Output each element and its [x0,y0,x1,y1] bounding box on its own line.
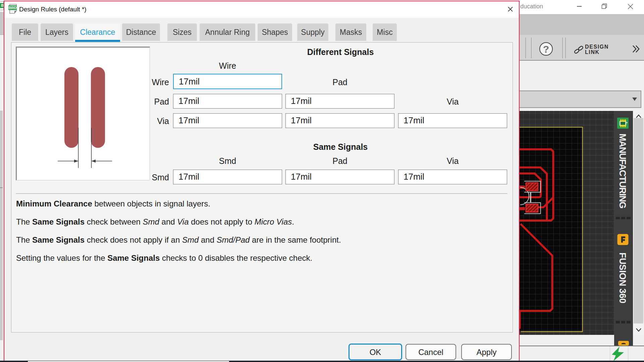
svg-text:BRD: BRD [9,6,17,10]
